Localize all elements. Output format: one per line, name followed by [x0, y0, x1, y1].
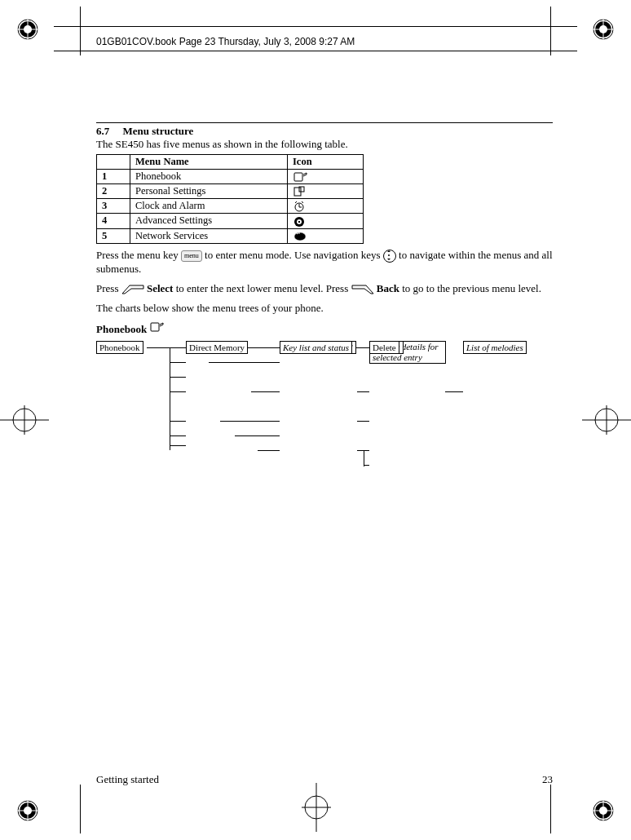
row-idx: 2 [97, 184, 130, 199]
section-heading: 6.7 Menu structure [96, 125, 553, 138]
svg-rect-39 [298, 221, 300, 223]
row-idx: 4 [97, 214, 130, 228]
text: to go to the previous menu level. [402, 282, 541, 294]
table-row: 4 Advanced Settings [97, 214, 364, 228]
table-header-name: Menu Name [130, 155, 288, 170]
svg-line-35 [295, 201, 297, 203]
row-idx: 5 [97, 228, 130, 243]
footer-section: Getting started [96, 773, 159, 786]
phonebook-icon [149, 321, 164, 333]
section-number: 6.7 [96, 125, 109, 137]
crop-mark-icon [302, 783, 331, 835]
crop-line [550, 7, 551, 55]
svg-line-36 [302, 201, 303, 203]
row-name: Network Services [130, 228, 288, 243]
text: to enter the next lower menu level. Pres… [176, 282, 351, 294]
select-label: Select [147, 282, 173, 294]
crop-mark-icon [582, 405, 631, 438]
svg-rect-29 [294, 173, 302, 181]
registration-mark-icon [16, 18, 39, 41]
text: to enter menu mode. Use navigation keys [205, 249, 383, 261]
tree-node: Delete [369, 341, 399, 354]
phonebook-heading: Phonebook [96, 321, 553, 336]
charts-line: The charts below show the menu trees of … [96, 302, 553, 315]
table-row: 5 Network Services [97, 228, 364, 243]
clock-icon [288, 199, 364, 214]
row-name: Personal Settings [130, 184, 288, 199]
svg-marker-43 [387, 250, 391, 252]
press-select-paragraph: Press Select to enter the next lower men… [96, 282, 553, 295]
tree-node-italic: Key list and status [280, 341, 352, 354]
crop-line [80, 7, 81, 55]
book-header: 01GB01COV.book Page 23 Thursday, July 3,… [96, 36, 355, 47]
menu-tree: Phonebook New Entry Enter Name: Enter Nu… [96, 341, 553, 480]
tree-node: Direct Memory [186, 341, 248, 354]
table-row: 1 Phonebook [97, 170, 364, 184]
row-name: Clock and Alarm [130, 199, 288, 214]
phonebook-icon [288, 170, 364, 184]
page-footer: Getting started 23 [96, 773, 553, 786]
crop-line [550, 785, 551, 833]
row-idx: 1 [97, 170, 130, 184]
left-softkey-icon [121, 285, 144, 294]
menu-table: Menu Name Icon 1 Phonebook 2 Personal Se… [96, 154, 364, 244]
header-rule [54, 26, 577, 27]
footer-page-number: 23 [542, 773, 553, 786]
registration-mark-icon [592, 18, 615, 41]
table-header-icon: Icon [288, 155, 364, 170]
registration-mark-icon [592, 799, 615, 822]
tree-node-root: Phonebook [96, 341, 143, 354]
section-intro: The SE450 has five menus as shown in the… [96, 138, 553, 151]
press-menu-paragraph: Press the menu key menu to enter menu mo… [96, 249, 553, 276]
crop-mark-icon [0, 405, 49, 438]
row-name: Phonebook [130, 170, 288, 184]
network-icon [288, 228, 364, 243]
svg-rect-45 [151, 323, 159, 331]
text: Press [96, 282, 121, 294]
menu-key-icon: menu [181, 250, 202, 262]
svg-marker-44 [387, 259, 391, 260]
row-idx: 3 [97, 199, 130, 214]
svg-point-42 [388, 254, 390, 256]
phonebook-heading-text: Phonebook [96, 323, 149, 335]
tree-node-italic: List of melodies [463, 341, 527, 354]
section-title: Menu structure [123, 125, 194, 137]
crop-line [80, 785, 81, 833]
right-softkey-icon [351, 285, 374, 294]
table-row: 3 Clock and Alarm [97, 199, 364, 214]
section-rule [96, 122, 553, 123]
back-label: Back [377, 282, 399, 294]
row-name: Advanced Settings [130, 214, 288, 228]
text: Press the menu key [96, 249, 181, 261]
advanced-icon [288, 214, 364, 228]
navigation-key-icon [383, 250, 396, 263]
table-row: 2 Personal Settings [97, 184, 364, 199]
settings-icon [288, 184, 364, 199]
table-header-blank [97, 155, 130, 170]
registration-mark-icon [16, 799, 39, 822]
header-rule [54, 51, 577, 51]
